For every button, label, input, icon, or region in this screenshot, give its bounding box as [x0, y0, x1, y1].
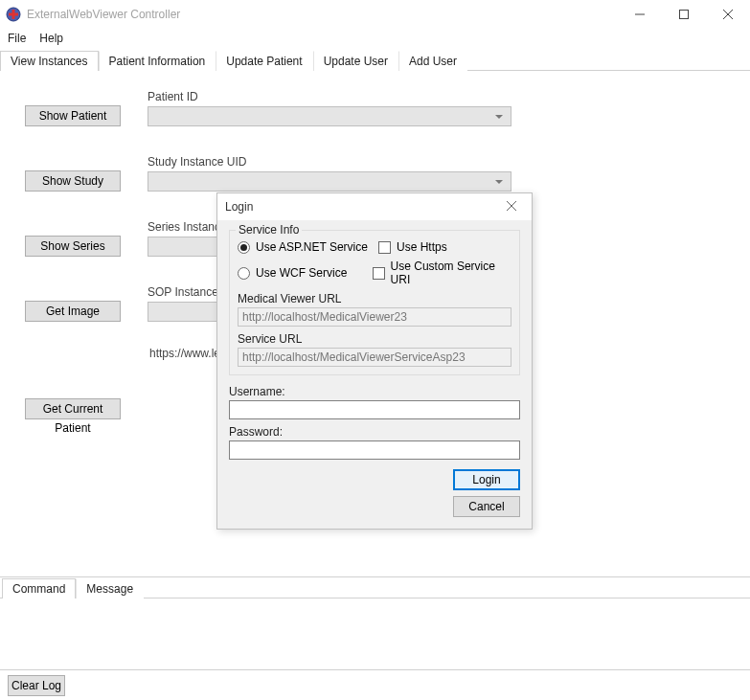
use-wcf-label: Use WCF Service — [256, 266, 347, 280]
bottom-bar: Clear Log — [0, 669, 750, 700]
password-label: Password: — [229, 425, 520, 439]
service-info-legend: Service Info — [236, 223, 302, 237]
get-current-patient-button[interactable]: Get Current Patient — [25, 398, 121, 419]
window-title: ExternalWebViewer Controller — [27, 8, 618, 21]
log-panel: Command Message — [0, 576, 750, 669]
cancel-button[interactable]: Cancel — [453, 496, 520, 517]
tab-update-user[interactable]: Update User — [313, 51, 398, 71]
maximize-button[interactable] — [662, 0, 706, 29]
use-wcf-radio[interactable] — [238, 267, 250, 280]
use-https-label: Use Https — [397, 240, 447, 254]
medical-viewer-url-input[interactable]: http://localhost/MedicalViewer23 — [238, 307, 511, 327]
use-custom-uri-label: Use Custom Service URI — [391, 260, 511, 286]
username-label: Username: — [229, 385, 520, 398]
app-icon — [6, 7, 21, 22]
patient-id-combo[interactable] — [148, 106, 511, 126]
minimize-button[interactable] — [618, 0, 662, 29]
study-uid-combo[interactable] — [148, 171, 511, 192]
service-url-label: Service URL — [238, 332, 511, 346]
show-patient-button[interactable]: Show Patient — [25, 105, 121, 126]
clear-log-button[interactable]: Clear Log — [8, 675, 65, 696]
login-close-button[interactable] — [499, 200, 524, 214]
tab-patient-information[interactable]: Patient Information — [99, 51, 216, 71]
tab-view-instances[interactable]: View Instances — [0, 51, 99, 71]
service-url-input[interactable]: http://localhost/MedicalViewerServiceAsp… — [238, 348, 511, 367]
svg-rect-4 — [680, 11, 689, 19]
study-uid-label: Study Instance UID — [148, 155, 511, 169]
close-button[interactable] — [706, 0, 750, 29]
tab-update-patient[interactable]: Update Patient — [216, 51, 312, 71]
svg-rect-2 — [9, 13, 18, 16]
login-button[interactable]: Login — [453, 469, 520, 490]
patient-id-label: Patient ID — [148, 90, 511, 103]
use-asp-radio[interactable] — [238, 241, 250, 254]
use-asp-label: Use ASP.NET Service — [256, 240, 368, 254]
password-input[interactable] — [229, 440, 520, 460]
get-image-button[interactable]: Get Image — [25, 301, 121, 322]
main-tabstrip: View Instances Patient Information Updat… — [0, 50, 750, 71]
medical-viewer-url-label: Medical Viewer URL — [238, 292, 511, 305]
show-series-button[interactable]: Show Series — [25, 236, 121, 257]
title-bar: ExternalWebViewer Controller — [0, 0, 750, 29]
use-custom-uri-checkbox[interactable] — [373, 267, 384, 280]
tab-message[interactable]: Message — [76, 578, 144, 598]
login-dialog-title: Login — [225, 200, 499, 214]
tab-add-user[interactable]: Add User — [398, 51, 467, 71]
menu-help[interactable]: Help — [39, 32, 63, 45]
service-info-group: Service Info Use ASP.NET Service Use Htt… — [229, 230, 520, 375]
show-study-button[interactable]: Show Study — [25, 170, 121, 192]
use-https-checkbox[interactable] — [378, 241, 391, 254]
login-dialog: Login Service Info Use ASP.NET Service U… — [216, 192, 533, 530]
tab-command[interactable]: Command — [2, 578, 76, 598]
username-input[interactable] — [229, 400, 520, 419]
menu-file[interactable]: File — [8, 32, 26, 45]
menu-bar: File Help — [0, 29, 750, 48]
